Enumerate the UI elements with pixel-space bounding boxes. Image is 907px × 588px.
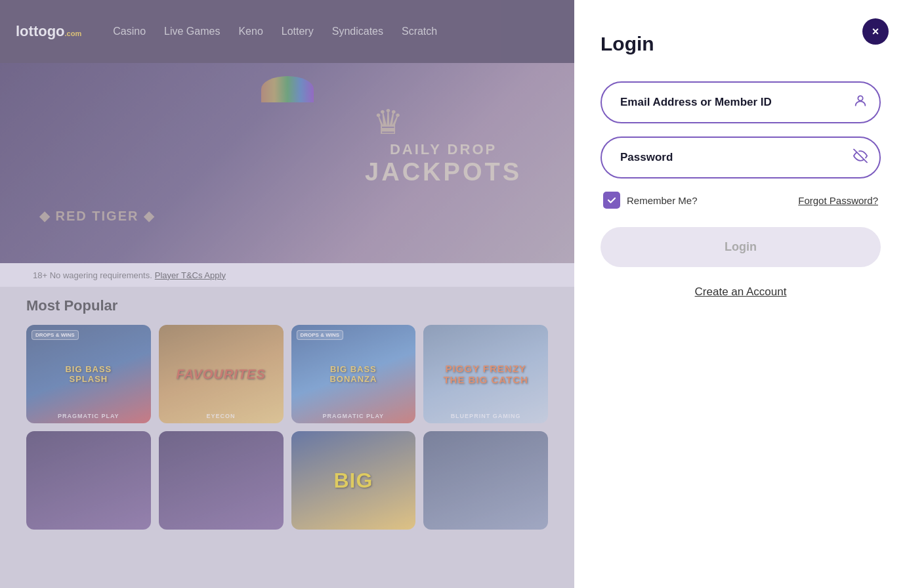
hero-content: ♛ ◆ RED TIGER ◆ DAILY DROP JACKPOTS [0, 63, 574, 263]
site-background: lottogo.com Casino Live Games Keno Lotte… [0, 0, 574, 588]
game-provider-4: BLUEPRINT GAMING [423, 413, 548, 419]
terms-bar: 18+ No wagering requirements. Player T&C… [0, 263, 574, 287]
hero-jackpot: DAILY DROP JACKPOTS [365, 140, 522, 186]
rainbow-decoration [261, 76, 314, 102]
drops-badge-3: DROPS & WINS [297, 330, 344, 340]
game-provider-3: PRAGMATIC PLAY [291, 413, 416, 419]
game-card-1[interactable]: DROPS & WINS BIG BASSSPLASH PRAGMATIC PL… [26, 325, 151, 423]
game-title-4: PIGGY FRENZYTHE BIG CATCH [438, 363, 533, 385]
nav-scratch[interactable]: Scratch [402, 26, 437, 37]
navbar: lottogo.com Casino Live Games Keno Lotte… [0, 0, 574, 63]
terms-link[interactable]: Player T&Cs Apply [155, 270, 226, 280]
game-card-bg-3: DROPS & WINS BIG BASSBONANZA PRAGMATIC P… [291, 325, 416, 423]
email-field-wrap [601, 81, 881, 123]
game-card-bg-1: DROPS & WINS BIG BASSSPLASH PRAGMATIC PL… [26, 325, 151, 423]
nav-syndicates[interactable]: Syndicates [332, 26, 383, 37]
crown-decoration: ♛ [373, 102, 404, 142]
nav-casino[interactable]: Casino [113, 26, 146, 37]
create-account-link[interactable]: Create an Account [601, 285, 881, 299]
game-card-6[interactable] [159, 431, 284, 530]
logo-text: lottogo.com [16, 24, 81, 39]
game-card-bg-8 [423, 431, 548, 530]
login-button[interactable]: Login [601, 227, 881, 267]
hero-tiger-label: ◆ RED TIGER ◆ [39, 208, 155, 224]
game-title-1: BIG BASSSPLASH [60, 364, 117, 384]
game-card-bg-4: PIGGY FRENZYTHE BIG CATCH BLUEPRINT GAMI… [423, 325, 548, 423]
remember-me-checkbox[interactable] [603, 192, 620, 209]
hero-daily-text: DAILY DROP [365, 140, 522, 158]
game-card-bg-7: BIG [291, 431, 416, 530]
email-input[interactable] [601, 81, 881, 123]
terms-text: 18+ No wagering requirements. [33, 270, 152, 280]
nav-keno[interactable]: Keno [238, 26, 263, 37]
game-card-3[interactable]: DROPS & WINS BIG BASSBONANZA PRAGMATIC P… [291, 325, 416, 423]
nav-live-games[interactable]: Live Games [164, 26, 220, 37]
nav-links: Casino Live Games Keno Lottery Syndicate… [113, 26, 437, 37]
game-card-bg-6 [159, 431, 284, 530]
login-title: Login [601, 33, 881, 55]
most-popular-section: Most Popular DROPS & WINS BIG BASSSPLASH… [0, 287, 574, 530]
game-title-7: BIG [328, 469, 378, 493]
game-title-2: Favourites [171, 367, 270, 382]
remember-row: Remember Me? Forgot Password? [601, 192, 881, 209]
game-card-4[interactable]: PIGGY FRENZYTHE BIG CATCH BLUEPRINT GAMI… [423, 325, 548, 423]
password-field-wrap [601, 136, 881, 178]
checkmark-icon [607, 196, 616, 205]
game-card-bg-2: Favourites EYECON [159, 325, 284, 423]
game-card-2[interactable]: Favourites EYECON [159, 325, 284, 423]
hero-banner: ♛ ◆ RED TIGER ◆ DAILY DROP JACKPOTS [0, 63, 574, 263]
logo[interactable]: lottogo.com [16, 24, 81, 39]
game-card-7[interactable]: BIG [291, 431, 416, 530]
forgot-password-link[interactable]: Forgot Password? [798, 195, 878, 206]
most-popular-title: Most Popular [26, 297, 548, 314]
game-card-bg-5 [26, 431, 151, 530]
game-card-5[interactable] [26, 431, 151, 530]
remember-me-label: Remember Me? [627, 195, 698, 206]
game-provider-2: EYECON [159, 413, 284, 419]
hero-jackpots-text: JACKPOTS [365, 158, 522, 186]
games-grid: DROPS & WINS BIG BASSSPLASH PRAGMATIC PL… [26, 325, 548, 530]
remember-left: Remember Me? [603, 192, 698, 209]
game-title-3: BIG BASSBONANZA [324, 364, 382, 384]
login-panel: × Login Re [574, 0, 907, 588]
game-provider-1: PRAGMATIC PLAY [26, 413, 151, 419]
drops-badge-1: DROPS & WINS [32, 330, 79, 340]
nav-lottery[interactable]: Lottery [282, 26, 314, 37]
game-card-8[interactable] [423, 431, 548, 530]
close-button[interactable]: × [862, 18, 889, 45]
password-input[interactable] [601, 136, 881, 178]
